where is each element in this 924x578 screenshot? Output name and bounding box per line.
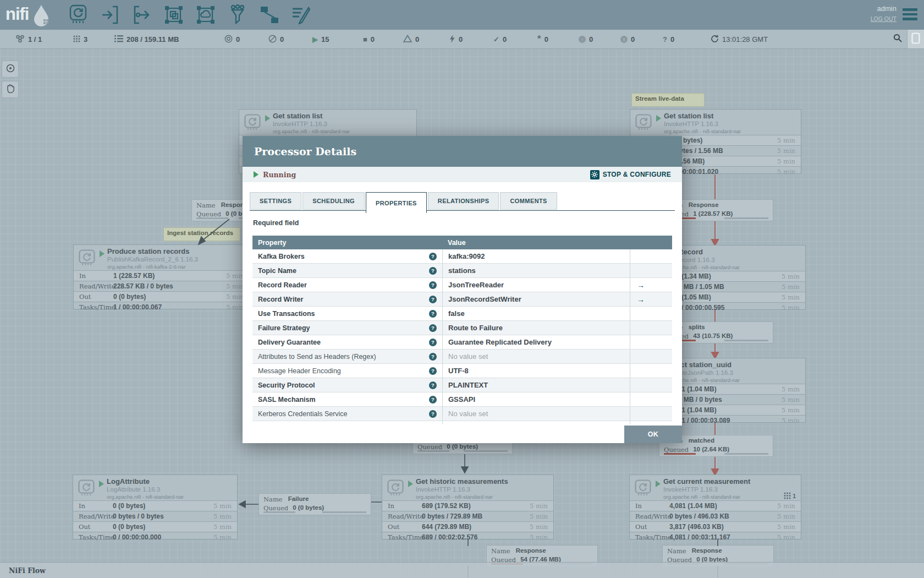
tab-comments[interactable]: COMMENTS — [500, 192, 557, 210]
help-icon[interactable]: ? — [429, 281, 437, 289]
pan-hand-button[interactable] — [2, 81, 19, 98]
processor[interactable]: Produce station recordsPublishKafkaRecor… — [73, 244, 250, 309]
connection-label[interactable]: NameFailureQueued0 (0 bytes) — [258, 493, 371, 515]
help-icon[interactable]: ? — [429, 367, 437, 375]
running-indicator-icon — [408, 481, 413, 487]
tab-settings[interactable]: SETTINGS — [250, 192, 301, 210]
template-toolbar-icon[interactable] — [260, 4, 279, 26]
stat-label: Out — [73, 523, 113, 531]
help-icon[interactable]: ? — [429, 396, 437, 403]
status-item-value: 0 — [589, 35, 593, 43]
stat-value: 644 (729.89 MB) — [422, 523, 471, 531]
property-row: Kerberos Credentials Service?No value se… — [252, 407, 672, 421]
help-icon[interactable]: ? — [429, 296, 437, 303]
properties-table-header: Property Value — [252, 236, 672, 249]
help-icon[interactable]: ? — [429, 324, 437, 332]
processor[interactable]: Get historic measurementsInvokeHTTP 1.16… — [382, 475, 554, 539]
refresh-icon[interactable] — [711, 35, 719, 44]
breadcrumb[interactable]: NiFi Flow — [9, 566, 46, 575]
search-button[interactable] — [889, 30, 906, 48]
property-value: No value set — [448, 410, 488, 418]
property-value-cell[interactable]: JsonRecordSetWriter — [442, 292, 630, 306]
tab-properties[interactable]: PROPERTIES — [366, 192, 427, 213]
property-value-cell[interactable]: UTF-8 — [442, 364, 630, 378]
property-value-cell[interactable]: stations — [442, 264, 630, 277]
ok-button[interactable]: OK — [624, 426, 682, 443]
status-item-queue-list: 208 / 159.11 MB — [114, 30, 179, 48]
funnel-toolbar-icon[interactable] — [228, 4, 248, 26]
status-item-locally-modified: *0 — [537, 30, 548, 48]
property-extra-cell — [630, 321, 672, 335]
connection-name-key: Name — [491, 547, 510, 555]
help-icon[interactable]: ? — [429, 353, 437, 361]
processor[interactable]: LogAttributeLogAttribute 1.16.3org.apach… — [73, 475, 238, 539]
help-icon[interactable]: ? — [429, 310, 437, 318]
connection-queued-key: Queued — [417, 443, 442, 451]
locally-modified-stale-icon: ! — [620, 36, 628, 43]
stat-label: In — [382, 502, 422, 510]
property-name-cell: Record Reader? — [252, 281, 442, 289]
property-value-cell[interactable]: No value set — [442, 350, 630, 363]
go-to-service-icon[interactable]: → — [630, 295, 645, 304]
canvas-label[interactable]: Ingest station records — [163, 227, 240, 241]
property-value-cell[interactable]: false — [442, 307, 630, 320]
property-value-cell[interactable]: PLAINTEXT — [442, 378, 630, 392]
stat-row: Tasks/Time1 / 00:00:00.0675 min — [74, 302, 250, 312]
running-indicator-icon — [265, 115, 270, 122]
help-icon[interactable]: ? — [429, 253, 437, 260]
stat-row: Read/Write0 bytes / 729.89 MB5 min — [382, 511, 553, 521]
label-toolbar-icon[interactable] — [292, 4, 311, 26]
global-menu-icon[interactable] — [903, 8, 917, 20]
stop-and-configure-button[interactable]: STOP & CONFIGURE — [590, 170, 671, 179]
processor[interactable]: Get current measurementInvokeHTTP 1.16.3… — [629, 475, 801, 539]
property-value: No value set — [448, 424, 488, 424]
stop-and-configure-label: STOP & CONFIGURE — [603, 171, 671, 178]
status-item-value: 0 — [236, 35, 240, 43]
stat-window: 5 min — [782, 283, 805, 291]
property-value-cell[interactable]: Route to Failure — [442, 321, 630, 335]
go-to-service-icon[interactable]: → — [630, 281, 645, 290]
birdseye-button[interactable] — [2, 61, 19, 78]
property-value-cell[interactable]: Guarantee Replicated Delivery — [442, 335, 630, 349]
property-name: Use Transactions — [258, 310, 315, 318]
process-group-toolbar-icon[interactable] — [164, 4, 184, 26]
stopped-icon: ■ — [363, 36, 367, 43]
processor-titles: Get station listInvokeHTTP 1.16.3org.apa… — [273, 112, 350, 134]
stat-window: 5 min — [213, 523, 237, 531]
tab-relationships[interactable]: RELATIONSHIPS — [428, 192, 499, 210]
nifi-app: Stream live-dataIngest station recordsGe… — [0, 0, 924, 578]
stat-value: 228.57 KB / 0 bytes — [113, 282, 173, 290]
help-icon[interactable]: ? — [429, 339, 437, 346]
property-value-cell[interactable]: GSSAPI — [442, 392, 630, 406]
stat-window: 5 min — [777, 168, 801, 176]
connection-name-value: Response — [689, 201, 719, 209]
help-icon[interactable]: ? — [429, 267, 437, 275]
logout-link[interactable]: LOG OUT — [871, 15, 897, 22]
processor-bundle: org.apache.nifi - nifi-standard-nar — [416, 494, 508, 500]
queue-count-indicator — [724, 453, 768, 455]
stat-value: 0 (0 bytes) — [113, 502, 145, 510]
dialog-title: Processor Details — [254, 145, 356, 157]
output-port-toolbar-icon[interactable] — [132, 4, 152, 26]
stat-value: 0 (0 bytes) — [113, 523, 145, 531]
help-icon[interactable]: ? — [429, 410, 437, 418]
processor-toolbar-icon[interactable] — [68, 4, 88, 26]
canvas-label[interactable]: Stream live-data — [631, 93, 705, 107]
property-value-cell[interactable]: No value set — [442, 421, 630, 424]
stat-label: In — [630, 502, 669, 510]
property-value-cell[interactable]: JsonTreeReader — [442, 278, 630, 292]
input-port-toolbar-icon[interactable] — [100, 4, 120, 26]
settings-panel-button[interactable] — [907, 30, 924, 48]
remote-process-group-toolbar-icon[interactable] — [196, 4, 216, 26]
stat-window: 5 min — [777, 147, 801, 155]
help-icon[interactable]: ? — [429, 381, 437, 389]
processor-name: Produce station records — [107, 247, 198, 255]
property-value-cell[interactable]: No value set — [442, 407, 630, 421]
property-name: Kerberos User Service — [258, 424, 327, 425]
status-item-value: 3 — [84, 35, 87, 43]
help-icon[interactable]: ? — [429, 424, 437, 425]
property-row: Message Header Encoding?UTF-8 — [252, 364, 672, 378]
property-value-cell[interactable]: kafka:9092 — [442, 249, 630, 263]
property-value: JsonRecordSetWriter — [448, 295, 521, 303]
tab-scheduling[interactable]: SCHEDULING — [302, 192, 365, 210]
